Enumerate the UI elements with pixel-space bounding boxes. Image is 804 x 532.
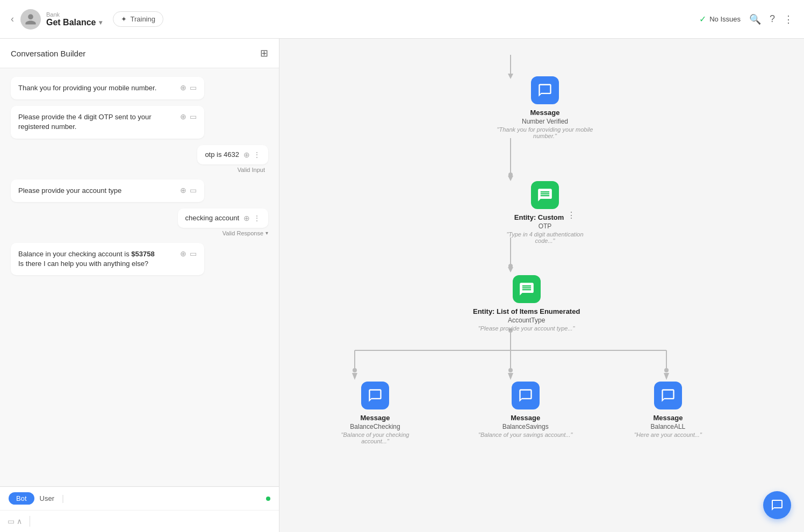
user-message-2-text: checking account bbox=[185, 214, 239, 222]
help-icon[interactable]: ? bbox=[770, 13, 775, 25]
comment-icon-balance[interactable]: ▭ bbox=[190, 249, 197, 258]
svg-marker-16 bbox=[508, 373, 513, 380]
node-2-label: Entity: Custom bbox=[514, 213, 564, 221]
message-actions-balance: ⊕ ▭ bbox=[180, 249, 197, 258]
node-entity-otp: Entity: Custom ⋮ OTP "Type in 4 digit au… bbox=[497, 181, 593, 244]
node-entity-accounttype: Entity: List of Items Enumerated Account… bbox=[473, 275, 580, 332]
top-navigation: ‹ Bank Get Balance ▾ ✦ Training ✓ No Iss… bbox=[0, 0, 804, 39]
entity-accounttype-node-icon bbox=[513, 275, 541, 303]
node-4-label: Message bbox=[361, 414, 390, 422]
node-2-sublabel: OTP bbox=[539, 222, 552, 230]
comment-icon[interactable]: ▭ bbox=[190, 83, 197, 92]
comment-icon-2[interactable]: ▭ bbox=[190, 112, 197, 121]
flow-diagram-panel: Message Number Verified "Thank you for p… bbox=[279, 39, 804, 532]
svg-marker-4 bbox=[508, 176, 513, 181]
chat-input-field[interactable] bbox=[38, 517, 271, 526]
chat-input-icons: ▭ ∧ bbox=[8, 517, 22, 526]
node-balance-checking: Message BalanceChecking "Balance of your… bbox=[327, 382, 423, 444]
chevron-down-icon[interactable]: ▾ bbox=[99, 19, 102, 26]
input-divider bbox=[30, 516, 30, 527]
panel-title: Conversation Builder bbox=[11, 49, 85, 58]
online-status-indicator bbox=[266, 497, 270, 501]
node-6-label: Message bbox=[653, 414, 683, 422]
node-6-quote: "Here are your account..." bbox=[634, 432, 702, 438]
emoji-icon[interactable]: ▭ bbox=[8, 517, 15, 526]
balance-checking-node-icon bbox=[361, 382, 389, 409]
bot-message-3: Please provide your account type ⊕ ▭ bbox=[11, 179, 204, 202]
message-node-icon bbox=[531, 76, 559, 104]
add-icon[interactable]: ⊕ bbox=[180, 83, 186, 92]
entity-otp-node-icon bbox=[531, 181, 559, 209]
balance-all-node-icon bbox=[654, 382, 682, 409]
node-1-sublabel: Number Verified bbox=[522, 118, 568, 125]
comment-icon-3[interactable]: ▭ bbox=[190, 186, 197, 195]
valid-response-badge: Valid Response ▾ bbox=[222, 230, 268, 236]
svg-marker-7 bbox=[508, 267, 513, 272]
node-2-quote: "Type in 4 digit authentication code..." bbox=[497, 231, 593, 244]
message-actions-2: ⊕ ▭ bbox=[180, 112, 197, 121]
balance-savings-node-icon bbox=[512, 382, 540, 409]
bot-message-1-text: Thank you for providing your mobile numb… bbox=[18, 83, 176, 93]
valid-input-badge: Valid Input bbox=[238, 167, 268, 173]
user-message-2-wrap: checking account ⊕ ⋮ Valid Response ▾ bbox=[11, 209, 268, 236]
user-toggle-button[interactable]: User bbox=[40, 494, 54, 502]
bot-message-3-text: Please provide your account type bbox=[18, 186, 176, 196]
bot-message-2: Please provide the 4 digit OTP sent to y… bbox=[11, 106, 204, 138]
chat-fab-button[interactable] bbox=[763, 491, 791, 519]
node-3-label: Entity: List of Items Enumerated bbox=[473, 307, 580, 315]
node-2-menu-icon[interactable]: ⋮ bbox=[567, 210, 576, 220]
svg-point-6 bbox=[508, 264, 513, 268]
panel-settings-icon[interactable]: ⊞ bbox=[260, 47, 268, 59]
node-balance-savings: Message BalanceSavings "Balance of your … bbox=[478, 382, 572, 438]
add-icon-balance[interactable]: ⊕ bbox=[180, 249, 186, 258]
svg-marker-13 bbox=[352, 373, 357, 380]
search-icon[interactable]: 🔍 bbox=[749, 13, 761, 25]
user-message-1-text: otp is 4632 bbox=[205, 150, 239, 159]
main-layout: Conversation Builder ⊞ Thank you for pro… bbox=[0, 39, 804, 532]
node-5-sublabel: BalanceSavings bbox=[503, 423, 549, 430]
user-msg-icons-2: ⊕ ⋮ bbox=[243, 214, 261, 222]
add-icon-user2[interactable]: ⊕ bbox=[243, 214, 250, 222]
node-1-quote: "Thank you for providing your mobile num… bbox=[497, 126, 593, 139]
back-button[interactable]: ‹ bbox=[11, 13, 14, 25]
node-5-label: Message bbox=[511, 414, 540, 422]
node-6-sublabel: BalanceALL bbox=[651, 423, 686, 430]
nav-right-actions: ✓ No Issues 🔍 ? ⋮ bbox=[699, 13, 793, 25]
user-message-2: checking account ⊕ ⋮ bbox=[178, 209, 268, 228]
bot-toggle-button[interactable]: Bot bbox=[9, 492, 34, 505]
nav-title-group: Bank Get Balance ▾ bbox=[46, 11, 102, 27]
conversation-builder-panel: Conversation Builder ⊞ Thank you for pro… bbox=[0, 39, 279, 532]
node-5-quote: "Balance of your savings account..." bbox=[478, 432, 572, 438]
flow-container: Message Number Verified "Thank you for p… bbox=[279, 39, 804, 532]
bot-message-1: Thank you for providing your mobile numb… bbox=[11, 77, 204, 99]
node-4-sublabel: BalanceChecking bbox=[350, 423, 400, 430]
message-actions-3: ⊕ ▭ bbox=[180, 186, 197, 195]
user-message-1-wrap: otp is 4632 ⊕ ⋮ Valid Input bbox=[11, 145, 268, 173]
more-icon-user2[interactable]: ⋮ bbox=[253, 214, 261, 222]
bot-message-balance-text: Balance in your checking account is $537… bbox=[18, 249, 176, 269]
node-balance-all: Message BalanceALL "Here are your accoun… bbox=[634, 382, 702, 438]
more-icon-user1[interactable]: ⋮ bbox=[253, 150, 261, 159]
panel-header: Conversation Builder ⊞ bbox=[0, 39, 279, 68]
message-actions: ⊕ ▭ bbox=[180, 83, 197, 92]
bot-message-balance: Balance in your checking account is $537… bbox=[11, 243, 204, 275]
chat-bottom: Bot User | ▭ ∧ bbox=[0, 486, 279, 532]
add-icon-2[interactable]: ⊕ bbox=[180, 112, 186, 121]
chevron-down-icon[interactable]: ▾ bbox=[265, 230, 268, 236]
add-icon-3[interactable]: ⊕ bbox=[180, 186, 186, 195]
svg-point-15 bbox=[508, 368, 513, 372]
training-button[interactable]: ✦ Training bbox=[113, 11, 163, 27]
nav-title: Get Balance ▾ bbox=[46, 18, 102, 27]
add-icon-user1[interactable]: ⊕ bbox=[243, 150, 250, 159]
expand-icon[interactable]: ∧ bbox=[17, 517, 22, 526]
avatar bbox=[20, 9, 41, 30]
node-2-label-row: Entity: Custom ⋮ bbox=[514, 209, 576, 221]
svg-point-3 bbox=[508, 172, 513, 177]
check-icon: ✓ bbox=[699, 14, 706, 24]
node-message-verified: Message Number Verified "Thank you for p… bbox=[497, 76, 593, 139]
more-menu-icon[interactable]: ⋮ bbox=[784, 13, 793, 25]
nav-breadcrumb: Bank bbox=[46, 11, 102, 18]
node-1-label: Message bbox=[530, 109, 560, 117]
node-3-sublabel: AccountType bbox=[508, 317, 545, 324]
toggle-divider: | bbox=[62, 494, 64, 504]
